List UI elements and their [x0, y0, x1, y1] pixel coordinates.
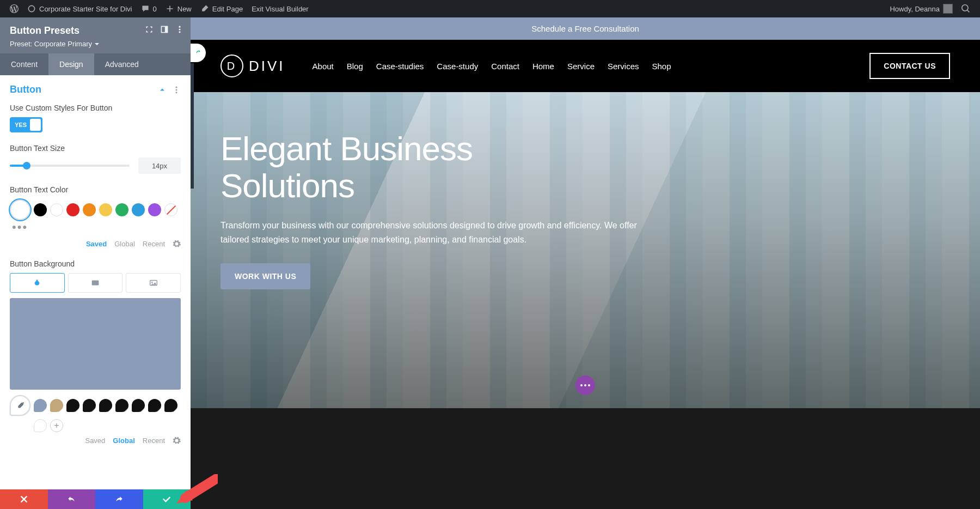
bg-tab-image[interactable]: [126, 273, 181, 293]
undo-button[interactable]: [48, 489, 96, 509]
page-preview: Schedule a Free Consultation DDIVI About…: [191, 17, 980, 509]
bg-swatch[interactable]: [34, 399, 47, 412]
nav-link[interactable]: Home: [532, 62, 554, 71]
gear-icon-2[interactable]: [173, 437, 181, 445]
nav-link[interactable]: Services: [608, 62, 639, 71]
svg-point-6: [175, 89, 177, 90]
side-handle[interactable]: [191, 63, 194, 189]
bg-swatch[interactable]: [164, 399, 177, 412]
color-swatch[interactable]: [34, 203, 47, 216]
more-icon[interactable]: [175, 25, 184, 34]
text-size-slider[interactable]: [10, 165, 130, 167]
nav-link[interactable]: About: [313, 62, 334, 71]
bg-swatch[interactable]: [66, 399, 79, 412]
cancel-button[interactable]: [0, 489, 48, 509]
sidebar-body: Button Use Custom Styles For Button YES …: [0, 75, 191, 489]
eyedropper-icon[interactable]: [10, 395, 30, 416]
bg-palette-saved[interactable]: Saved: [85, 437, 105, 445]
my-account[interactable]: Howdy, Deanna: [885, 0, 957, 17]
color-current[interactable]: [10, 199, 30, 220]
hero-text: Transform your business with our compreh…: [220, 219, 645, 246]
bg-color-preview[interactable]: [10, 298, 181, 390]
color-swatch[interactable]: [99, 203, 112, 216]
section-more-icon[interactable]: [172, 86, 181, 94]
site-header: DDIVI AboutBlogCase-studiesCase-studyCon…: [191, 40, 980, 92]
comments[interactable]: 0: [137, 0, 161, 17]
label-text-color: Button Text Color: [10, 185, 181, 195]
svg-point-4: [179, 31, 180, 33]
svg-rect-1: [165, 26, 168, 32]
hero-heading: Elegant BusinessSolutions: [220, 130, 667, 204]
primary-nav: AboutBlogCase-studiesCase-studyContactHo…: [307, 62, 848, 71]
nav-link[interactable]: Shop: [652, 62, 671, 71]
sidebar-tabs: Content Design Advanced: [0, 53, 191, 75]
svg-point-2: [179, 26, 180, 28]
palette-saved[interactable]: Saved: [86, 240, 107, 248]
sidebar-header: Button Presets Preset: Corporate Primary: [0, 17, 191, 53]
builder-fab[interactable]: [575, 375, 595, 395]
announcement-bar[interactable]: Schedule a Free Consultation: [191, 17, 980, 40]
snap-icon[interactable]: [160, 25, 169, 34]
bg-swatch[interactable]: [115, 399, 128, 412]
expand-icon[interactable]: [145, 25, 154, 34]
site-name[interactable]: Corporate Starter Site for Divi: [23, 0, 137, 17]
add-swatch-button[interactable]: +: [50, 419, 63, 432]
exit-visual-builder[interactable]: Exit Visual Builder: [247, 0, 313, 17]
bg-palette-recent[interactable]: Recent: [143, 437, 165, 445]
nav-link[interactable]: Blog: [347, 62, 363, 71]
section-title-button[interactable]: Button: [10, 84, 41, 95]
color-swatch[interactable]: [66, 203, 79, 216]
color-none[interactable]: [164, 203, 177, 216]
palette-recent[interactable]: Recent: [143, 240, 165, 248]
more-dots-icon[interactable]: •••: [10, 220, 181, 234]
redo-button[interactable]: [95, 489, 143, 509]
svg-rect-8: [92, 280, 99, 285]
gear-icon[interactable]: [173, 240, 181, 248]
label-use-custom: Use Custom Styles For Button: [10, 103, 181, 113]
bg-swatch-white[interactable]: [34, 419, 47, 432]
tab-content[interactable]: Content: [0, 53, 48, 75]
svg-point-10: [151, 282, 153, 283]
svg-point-5: [175, 86, 177, 88]
bg-swatch[interactable]: [132, 399, 145, 412]
bg-tab-color[interactable]: [10, 273, 65, 293]
settings-sidebar: Button Presets Preset: Corporate Primary…: [0, 17, 191, 509]
color-swatch[interactable]: [132, 203, 145, 216]
bg-swatch[interactable]: [50, 399, 63, 412]
bg-swatch[interactable]: [83, 399, 96, 412]
text-size-input[interactable]: [138, 157, 181, 174]
work-with-us-button[interactable]: WORK WITH US: [220, 263, 310, 289]
toggle-use-custom[interactable]: YES: [10, 117, 42, 132]
color-swatch[interactable]: [115, 203, 128, 216]
new-content[interactable]: New: [161, 0, 196, 17]
nav-link[interactable]: Case-studies: [376, 62, 424, 71]
contact-us-button[interactable]: CONTACT US: [869, 53, 950, 79]
logo-icon: D: [220, 54, 243, 77]
palette-global[interactable]: Global: [114, 240, 135, 248]
save-button[interactable]: [143, 489, 191, 509]
color-swatch[interactable]: [148, 203, 161, 216]
sidebar-footer: [0, 489, 191, 509]
search-icon[interactable]: [957, 0, 975, 17]
label-background: Button Background: [10, 259, 181, 269]
wp-logo[interactable]: [5, 0, 23, 17]
site-logo[interactable]: DDIVI: [220, 54, 285, 77]
avatar-icon: [943, 4, 953, 14]
nav-link[interactable]: Contact: [491, 62, 519, 71]
tab-advanced[interactable]: Advanced: [94, 53, 150, 75]
bg-swatch[interactable]: [148, 399, 161, 412]
preset-dropdown[interactable]: Preset: Corporate Primary: [10, 40, 181, 48]
color-swatch[interactable]: [83, 203, 96, 216]
svg-point-7: [175, 92, 177, 93]
nav-link[interactable]: Case-study: [437, 62, 478, 71]
color-swatch[interactable]: [50, 203, 63, 216]
nav-link[interactable]: Service: [567, 62, 595, 71]
collapse-icon[interactable]: [158, 86, 167, 94]
bg-tab-gradient[interactable]: [68, 273, 123, 293]
edit-page[interactable]: Edit Page: [196, 0, 247, 17]
svg-point-3: [179, 28, 180, 30]
bg-palette-global[interactable]: Global: [113, 437, 134, 445]
label-text-size: Button Text Size: [10, 143, 181, 153]
bg-swatch[interactable]: [99, 399, 112, 412]
tab-design[interactable]: Design: [48, 53, 94, 75]
